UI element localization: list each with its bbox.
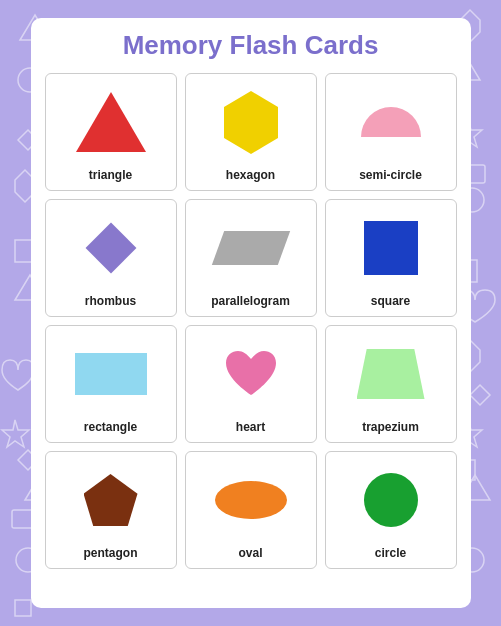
card-square: square [325, 199, 457, 317]
card-parallelogram: parallelogram [185, 199, 317, 317]
shape-area-trapezium [332, 334, 450, 414]
card-oval: oval [185, 451, 317, 569]
trapezium-shape [357, 349, 425, 399]
shape-area-semicircle [332, 82, 450, 162]
card-label-rectangle: rectangle [84, 420, 137, 434]
card-pentagon: pentagon [45, 451, 177, 569]
flash-card-page: Memory Flash Cards triangle hexagon semi… [31, 18, 471, 608]
square-shape [364, 221, 418, 275]
card-trapezium: trapezium [325, 325, 457, 443]
rhombus-shape [85, 223, 136, 274]
semicircle-shape [361, 107, 421, 137]
shape-area-heart [192, 334, 310, 414]
card-triangle: triangle [45, 73, 177, 191]
shape-area-triangle [52, 82, 170, 162]
shape-area-rhombus [52, 208, 170, 288]
card-semicircle: semi-circle [325, 73, 457, 191]
card-label-pentagon: pentagon [84, 546, 138, 560]
cards-grid: triangle hexagon semi-circle rhombus [45, 73, 457, 569]
pentagon-shape [84, 474, 138, 526]
card-label-parallelogram: parallelogram [211, 294, 290, 308]
card-label-oval: oval [238, 546, 262, 560]
card-hexagon: hexagon [185, 73, 317, 191]
circle-shape [364, 473, 418, 527]
shape-area-circle [332, 460, 450, 540]
hexagon-shape [224, 107, 278, 138]
card-label-circle: circle [375, 546, 406, 560]
card-label-square: square [371, 294, 410, 308]
card-rectangle: rectangle [45, 325, 177, 443]
heart-shape [222, 347, 280, 401]
card-heart: heart [185, 325, 317, 443]
triangle-shape [76, 92, 146, 152]
parallelogram-shape [211, 231, 289, 265]
shape-area-square [332, 208, 450, 288]
oval-shape [215, 481, 287, 519]
shape-area-hexagon [192, 82, 310, 162]
shape-area-oval [192, 460, 310, 540]
shape-area-pentagon [52, 460, 170, 540]
card-label-semicircle: semi-circle [359, 168, 422, 182]
card-label-rhombus: rhombus [85, 294, 136, 308]
card-circle: circle [325, 451, 457, 569]
shape-area-parallelogram [192, 208, 310, 288]
card-label-triangle: triangle [89, 168, 132, 182]
page-title: Memory Flash Cards [45, 30, 457, 61]
card-label-heart: heart [236, 420, 265, 434]
card-rhombus: rhombus [45, 199, 177, 317]
card-label-trapezium: trapezium [362, 420, 419, 434]
rectangle-shape [75, 353, 147, 395]
card-label-hexagon: hexagon [226, 168, 275, 182]
shape-area-rectangle [52, 334, 170, 414]
